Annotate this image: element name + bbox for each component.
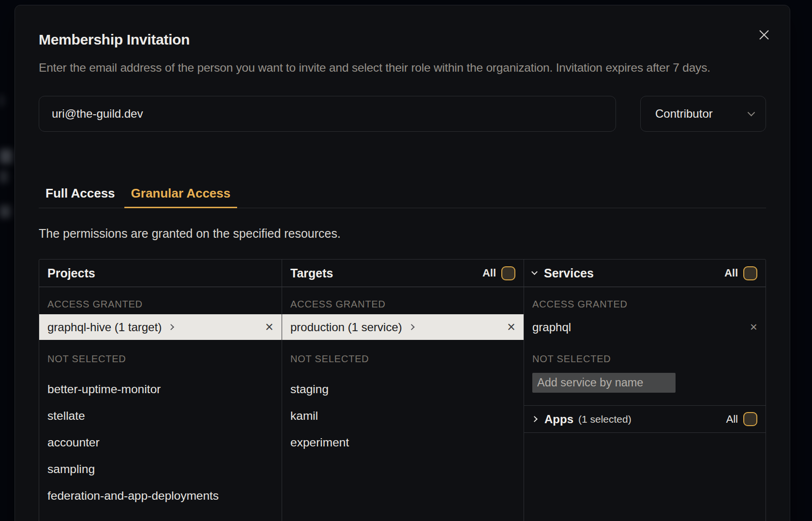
granted-project-label: graphql-hive (1 target): [47, 321, 162, 334]
targets-list: staging kamil experiment: [282, 376, 524, 456]
projects-list: better-uptime-monitor stellate accounter…: [39, 376, 282, 509]
apps-selected-count: (1 selected): [578, 414, 632, 425]
targets-all-label: All: [482, 267, 496, 279]
target-item[interactable]: kamil: [282, 402, 524, 429]
dialog-description: Enter the email address of the person yo…: [39, 59, 766, 77]
background-artifact: [0, 170, 8, 183]
not-selected-label: NOT SELECTED: [39, 349, 282, 369]
project-item[interactable]: sampling: [39, 456, 282, 482]
permissions-note: The permissions are granted on the speci…: [39, 226, 766, 241]
project-item[interactable]: better-uptime-monitor: [39, 376, 282, 402]
services-column: Services All ACCESS GRANTED graphql × NO…: [524, 260, 766, 521]
remove-service-button[interactable]: ×: [750, 320, 757, 334]
invite-row: Contributor: [39, 96, 766, 132]
projects-title: Projects: [47, 266, 95, 280]
targets-column: Targets All ACCESS GRANTED production (1…: [282, 260, 524, 521]
target-item[interactable]: staging: [282, 376, 524, 402]
chevron-right-icon: [408, 324, 415, 330]
project-item[interactable]: federation-and-app-deployments: [39, 482, 282, 509]
remove-target-button[interactable]: ×: [507, 320, 515, 334]
services-all-toggle[interactable]: All: [724, 266, 757, 280]
close-button[interactable]: [755, 26, 773, 44]
granted-service-label: graphql: [532, 321, 571, 334]
apps-all-label: All: [726, 413, 738, 426]
apps-all-toggle[interactable]: All: [726, 412, 757, 426]
chevron-down-icon: [531, 269, 538, 275]
chevron-right-icon: [531, 416, 538, 422]
services-header[interactable]: Services All: [524, 260, 766, 287]
targets-all-toggle[interactable]: All: [482, 266, 515, 280]
role-select-value: Contributor: [655, 107, 713, 121]
not-selected-label: NOT SELECTED: [282, 349, 524, 369]
remove-project-button[interactable]: ×: [265, 320, 273, 334]
access-tabs: Full Access Granular Access: [39, 186, 766, 208]
apps-title: Apps: [544, 413, 573, 426]
tab-full-access[interactable]: Full Access: [39, 186, 122, 208]
close-icon: [758, 29, 770, 41]
projects-header: Projects: [39, 260, 282, 287]
granted-target-label: production (1 service): [290, 321, 402, 334]
chevron-right-icon: [168, 324, 174, 330]
granted-target-row[interactable]: production (1 service) ×: [282, 314, 524, 340]
membership-invitation-dialog: Membership Invitation Enter the email ad…: [15, 5, 790, 521]
targets-title: Targets: [290, 266, 333, 280]
targets-header: Targets All: [282, 260, 524, 287]
apps-section-row[interactable]: Apps (1 selected) All: [524, 405, 766, 433]
apps-all-checkbox[interactable]: [743, 412, 757, 426]
target-item[interactable]: experiment: [282, 429, 524, 456]
projects-column: Projects ACCESS GRANTED graphql-hive (1 …: [39, 260, 282, 521]
granted-project-row[interactable]: graphql-hive (1 target) ×: [39, 314, 282, 340]
background-artifact: [0, 95, 4, 107]
access-granted-label: ACCESS GRANTED: [39, 294, 282, 314]
project-item[interactable]: accounter: [39, 429, 282, 456]
targets-all-checkbox[interactable]: [501, 266, 515, 280]
role-select[interactable]: Contributor: [640, 96, 766, 132]
chevron-down-icon: [748, 109, 755, 117]
services-title: Services: [544, 266, 594, 280]
access-granted-label: ACCESS GRANTED: [282, 294, 524, 314]
services-all-checkbox[interactable]: [743, 266, 757, 280]
access-granted-label: ACCESS GRANTED: [524, 294, 766, 314]
background-artifact: [0, 149, 13, 164]
resources-panel: Projects ACCESS GRANTED graphql-hive (1 …: [39, 259, 766, 521]
email-input[interactable]: [39, 96, 616, 132]
tab-granular-access[interactable]: Granular Access: [124, 186, 238, 208]
add-service-input[interactable]: [532, 373, 676, 393]
not-selected-label: NOT SELECTED: [524, 349, 766, 369]
services-all-label: All: [724, 267, 738, 279]
background-artifact: [0, 205, 11, 218]
granted-service-row[interactable]: graphql ×: [524, 314, 766, 340]
project-item[interactable]: stellate: [39, 402, 282, 429]
dialog-title: Membership Invitation: [39, 31, 766, 49]
